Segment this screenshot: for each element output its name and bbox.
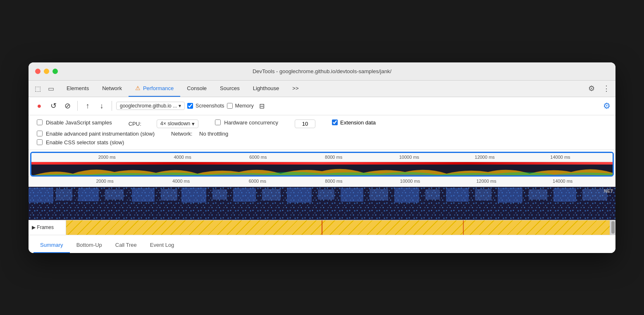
tab-summary[interactable]: Summary xyxy=(33,242,70,253)
titlebar: DevTools - googlechrome.github.io/devtoo… xyxy=(29,62,615,81)
svg-rect-25 xyxy=(498,188,522,203)
svg-rect-16 xyxy=(262,189,281,200)
timeline-overview[interactable]: 2000 ms 4000 ms 6000 ms 8000 ms 10000 ms… xyxy=(30,152,614,177)
tab-bar: ⬚ ▭ Elements Network ⚠ Performance Conso… xyxy=(29,81,615,97)
tab-performance[interactable]: ⚠ Performance xyxy=(129,80,180,97)
svg-rect-13 xyxy=(181,188,206,203)
screenshots-checkbox-container[interactable]: Screenshots xyxy=(187,103,224,109)
enable-css-checkbox[interactable] xyxy=(37,139,43,145)
screenshots-checkbox[interactable] xyxy=(187,103,193,109)
cpu-field: CPU: 4× slowdown ▾ xyxy=(129,119,199,128)
main-mark-12000: 12000 ms xyxy=(476,179,496,184)
timeline-scrollbar[interactable] xyxy=(610,220,615,235)
tab-network[interactable]: Network xyxy=(95,80,129,97)
inspect-icon[interactable]: ⬚ xyxy=(32,83,43,94)
tab-more[interactable]: >> xyxy=(286,80,305,97)
hw-concurrency-input[interactable] xyxy=(295,119,315,128)
svg-rect-27 xyxy=(553,188,576,202)
minimize-button[interactable] xyxy=(44,69,49,74)
tab-call-tree[interactable]: Call Tree xyxy=(109,242,143,253)
network-field: Network: No throttling xyxy=(171,131,228,137)
memory-icon[interactable]: ⊟ xyxy=(256,100,268,112)
extension-check[interactable]: Extension data xyxy=(332,119,376,126)
settings-row-1: Disable JavaScript samples CPU: 4× slowd… xyxy=(37,119,607,128)
tab-elements[interactable]: Elements xyxy=(60,80,95,97)
svg-rect-17 xyxy=(287,188,312,203)
frames-bar: ▶ Frames xyxy=(29,220,615,235)
ruler-mark-6000: 6000 ms xyxy=(249,155,267,160)
enable-css-check[interactable]: Enable CSS selector stats (slow) xyxy=(37,139,124,146)
more-options-icon[interactable]: ⋮ xyxy=(601,83,612,94)
separator-2 xyxy=(112,101,112,111)
frames-markers xyxy=(66,220,610,235)
enable-paint-checkbox[interactable] xyxy=(37,131,43,136)
settings-row-2: Enable advanced paint instrumentation (s… xyxy=(37,131,607,137)
disable-js-checkbox[interactable] xyxy=(37,119,43,125)
ruler-mark-8000: 8000 ms xyxy=(325,155,342,160)
timeline-overview-wrapper: 2000 ms 4000 ms 6000 ms 8000 ms 10000 ms… xyxy=(29,150,615,177)
overview-ruler: 2000 ms 4000 ms 6000 ms 8000 ms 10000 ms… xyxy=(31,153,613,162)
enable-paint-check[interactable]: Enable advanced paint instrumentation (s… xyxy=(37,131,155,137)
maximize-button[interactable] xyxy=(52,69,58,74)
upload-icon[interactable]: ↑ xyxy=(82,100,93,112)
svg-rect-23 xyxy=(446,188,469,202)
waveform-svg xyxy=(31,165,613,177)
cpu-dropdown[interactable]: 4× slowdown ▾ xyxy=(157,119,199,128)
hw-checkbox[interactable] xyxy=(215,119,221,125)
svg-rect-18 xyxy=(318,189,334,200)
svg-rect-11 xyxy=(132,188,155,202)
main-mark-4000: 4000 ms xyxy=(172,179,190,184)
warning-icon: ⚠ xyxy=(135,85,141,91)
svg-rect-14 xyxy=(212,189,227,200)
reload-icon[interactable]: ↺ xyxy=(48,100,59,112)
tab-console[interactable]: Console xyxy=(180,80,213,97)
ruler-mark-4000: 4000 ms xyxy=(174,155,191,160)
main-ruler: 2000 ms 4000 ms 6000 ms 8000 ms 10000 ms… xyxy=(29,177,615,187)
svg-rect-26 xyxy=(529,189,547,200)
clear-icon[interactable]: ⊘ xyxy=(62,100,73,112)
device-icon[interactable]: ▭ xyxy=(45,83,57,94)
main-mark-14000: 14000 ms xyxy=(553,179,572,184)
net-label: NET xyxy=(604,189,613,193)
settings-row-3: Enable CSS selector stats (slow) xyxy=(37,139,607,146)
network-dots-svg xyxy=(29,187,615,220)
ruler-mark-10000: 10000 ms xyxy=(399,155,419,160)
bottom-tabs: Summary Bottom-Up Call Tree Event Log xyxy=(29,235,615,253)
record-icon[interactable]: ● xyxy=(33,100,45,112)
svg-rect-19 xyxy=(341,188,363,202)
ruler-mark-12000: 12000 ms xyxy=(475,155,495,160)
svg-rect-8 xyxy=(56,189,72,200)
tab-bottom-up[interactable]: Bottom-Up xyxy=(70,242,109,253)
svg-rect-20 xyxy=(370,189,388,200)
main-mark-10000: 10000 ms xyxy=(400,179,420,184)
tab-event-log[interactable]: Event Log xyxy=(143,242,181,253)
svg-rect-12 xyxy=(161,189,177,200)
dropdown-icon: ▾ xyxy=(179,103,181,109)
settings-gear-icon[interactable]: ⚙ xyxy=(586,83,597,94)
main-mark-2000: 2000 ms xyxy=(96,179,113,184)
download-icon[interactable]: ↓ xyxy=(96,100,107,112)
waveform-area xyxy=(31,165,613,177)
network-area: NET xyxy=(29,187,615,220)
cpu-chevron-icon: ▾ xyxy=(192,121,195,127)
svg-rect-21 xyxy=(394,188,419,203)
tab-sources[interactable]: Sources xyxy=(213,80,246,97)
settings-blue-icon[interactable]: ⚙ xyxy=(603,101,611,111)
main-mark-8000: 8000 ms xyxy=(325,179,342,184)
disable-js-check[interactable]: Disable JavaScript samples xyxy=(37,119,112,126)
main-timeline: 2000 ms 4000 ms 6000 ms 8000 ms 10000 ms… xyxy=(29,177,615,235)
memory-checkbox-container[interactable]: Memory xyxy=(227,103,254,109)
svg-rect-9 xyxy=(78,188,99,201)
separator-1 xyxy=(77,101,78,111)
frames-content xyxy=(66,220,610,235)
url-filter[interactable]: googlechrome.github.io ... ▾ xyxy=(116,102,185,110)
memory-checkbox[interactable] xyxy=(227,103,233,109)
hw-concurrency-check[interactable]: Hardware concurrency xyxy=(215,119,278,126)
window-title: DevTools - googlechrome.github.io/devtoo… xyxy=(253,68,391,74)
tabbar-actions: ⚙ ⋮ xyxy=(586,83,612,94)
close-button[interactable] xyxy=(35,69,41,74)
tab-lighthouse[interactable]: Lighthouse xyxy=(246,80,286,97)
svg-rect-29 xyxy=(322,220,322,235)
frames-label[interactable]: ▶ Frames xyxy=(29,224,66,230)
extension-checkbox[interactable] xyxy=(332,119,338,125)
